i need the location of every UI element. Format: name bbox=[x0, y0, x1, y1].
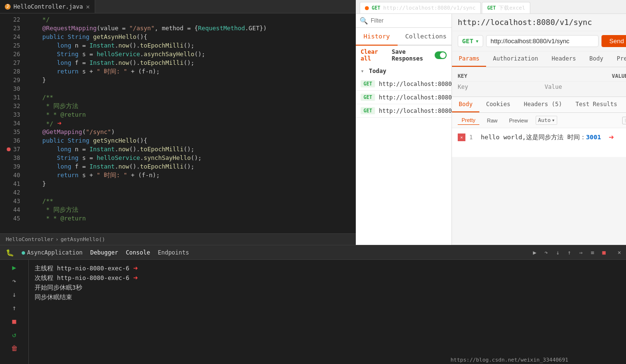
tab-collections[interactable]: Collections bbox=[398, 28, 454, 46]
code-line: /** bbox=[28, 93, 352, 102]
method-select[interactable]: GET ▾ bbox=[458, 35, 483, 47]
history-items: GET http://localhost:8080/v1/syncGET htt… bbox=[356, 77, 451, 118]
tab-debugger[interactable]: Debugger bbox=[87, 246, 122, 259]
line-number-row: 32 bbox=[4, 102, 20, 110]
req-tab-2[interactable]: Headers bbox=[545, 51, 583, 67]
history-url: http://localhost:8080/v1/sync bbox=[379, 81, 451, 87]
error-icon: ✕ bbox=[458, 133, 465, 141]
run-to-cursor-btn[interactable]: ⇒ bbox=[576, 248, 586, 257]
line-number-row: 40 bbox=[4, 171, 20, 180]
step-out-btn[interactable]: ↑ bbox=[564, 248, 574, 257]
debug-sidebar: ▶ ↷ ↓ ↑ ■ ↺ 🗑 bbox=[0, 260, 29, 364]
line-number-row: 44 bbox=[4, 206, 20, 214]
step-out-side-btn[interactable]: ↑ bbox=[7, 302, 22, 314]
response-line: ✕ 1 hello world,这是同步方法 时间：3001 ➜ bbox=[458, 132, 626, 142]
line-number-row: 24 bbox=[4, 33, 20, 41]
evaluate-btn[interactable]: ≡ bbox=[588, 248, 597, 257]
line-number-row: 26 bbox=[4, 50, 20, 59]
gc-side-btn[interactable]: 🗑 bbox=[7, 342, 22, 354]
resp-tab-3[interactable]: Test Results bbox=[569, 97, 624, 112]
code-line: } bbox=[28, 180, 352, 188]
search-input[interactable] bbox=[371, 17, 448, 24]
params-table: KEY VALUE Key Value bbox=[452, 67, 626, 97]
clear-all-link[interactable]: Clear all bbox=[361, 49, 385, 62]
history-item-0[interactable]: GET http://localhost:8080/v1/sync bbox=[356, 77, 451, 91]
breadcrumb: HelloController › getAsynHello() bbox=[0, 233, 356, 245]
file-tab[interactable]: J HelloController.java × bbox=[0, 0, 95, 13]
save-responses-toggle[interactable] bbox=[435, 51, 447, 59]
tab-history[interactable]: History bbox=[356, 28, 398, 46]
close-btn[interactable]: × bbox=[614, 248, 624, 257]
code-line: long f = Instant.now().toEpochMilli(); bbox=[28, 59, 352, 67]
console-line-1: 次线程 http-nio-8080-exec-6➜ bbox=[35, 273, 620, 283]
line-number-row: 45 bbox=[4, 214, 20, 223]
stop-btn[interactable]: ■ bbox=[599, 248, 609, 257]
resp-tab-2[interactable]: Headers (5) bbox=[517, 97, 568, 112]
top-req-tab-0[interactable]: GET http://localhost:8080/v1/sync bbox=[360, 2, 481, 13]
step-side-btn[interactable]: ↷ bbox=[7, 275, 22, 287]
close-tab-button[interactable]: × bbox=[86, 3, 90, 11]
code-line: return s + " 时间: " + (f-n); bbox=[28, 171, 352, 180]
send-button[interactable]: Send bbox=[601, 35, 626, 47]
code-line: } bbox=[28, 76, 352, 85]
pretty-button[interactable]: Pretty bbox=[458, 116, 479, 125]
history-item-1[interactable]: GET http://localhost:8080/v1/sync bbox=[356, 91, 451, 104]
response-text-content: hello world,这是同步方法 时间： bbox=[481, 133, 586, 141]
line-number-row: 38 bbox=[4, 154, 20, 162]
history-section-header[interactable]: Clear all Save Responses bbox=[356, 46, 451, 65]
breadcrumb-separator: › bbox=[55, 236, 59, 243]
console-line-2: 开始同步休眠3秒 bbox=[35, 283, 620, 292]
line-number: 1 bbox=[469, 134, 477, 141]
line-number-row: 34 bbox=[4, 119, 20, 128]
line-number-row: 22 bbox=[4, 15, 20, 24]
wrap-icon[interactable]: ≡ bbox=[622, 117, 626, 124]
req-tab-1[interactable]: Authorization bbox=[486, 51, 545, 67]
code-line: * * @return bbox=[28, 214, 352, 223]
tab-bar: J HelloController.java × bbox=[0, 0, 356, 13]
tab-url: http://localhost:8080/v1/sync bbox=[383, 5, 476, 11]
top-req-tab-1[interactable]: GET 下载excel bbox=[482, 2, 530, 13]
java-icon: J bbox=[5, 4, 11, 10]
stop-side-btn[interactable]: ■ bbox=[7, 315, 22, 327]
code-line: */ bbox=[28, 15, 352, 24]
code-line: public String getAsynHello(){ bbox=[28, 33, 352, 41]
line-number-row: 42 bbox=[4, 188, 20, 197]
method-badge: GET bbox=[361, 107, 375, 114]
debug-toolbar: ▶ ↷ ↓ ↑ ⇒ ≡ ■ × bbox=[530, 248, 624, 257]
tab-url: 下载excel bbox=[499, 4, 525, 12]
resp-tab-0[interactable]: Body bbox=[452, 97, 479, 112]
resume-side-btn[interactable]: ▶ bbox=[7, 262, 22, 273]
history-item-2[interactable]: GET http://localhost:8080/v1/asyn bbox=[356, 104, 451, 118]
postman-main: 🔍 History Collections Clear all Save Res… bbox=[356, 14, 626, 245]
resp-tab-1[interactable]: Cookies bbox=[479, 97, 517, 112]
tab-console[interactable]: Console bbox=[122, 246, 154, 259]
debug-content: ▶ ↷ ↓ ↑ ■ ↺ 🗑 主线程 http-nio-8080-exec-6➜次… bbox=[0, 260, 626, 364]
param-key-input[interactable]: Key bbox=[458, 84, 545, 90]
debug-tab-bar: 🐛 ● AsyncApplication Debugger Console En… bbox=[0, 245, 626, 260]
req-tab-3[interactable]: Body bbox=[583, 51, 610, 67]
method-label: GET bbox=[462, 37, 473, 45]
tab-endpoints[interactable]: Endpoints bbox=[154, 246, 193, 259]
code-line bbox=[28, 188, 352, 197]
tab-method: GET bbox=[372, 5, 380, 11]
step-in-side-btn[interactable]: ↓ bbox=[7, 289, 22, 300]
raw-button[interactable]: Raw bbox=[483, 116, 501, 125]
param-value-input[interactable]: Value bbox=[545, 84, 626, 90]
line-number-row: 23 bbox=[4, 24, 20, 33]
console-line-0: 主线程 http-nio-8080-exec-6➜ bbox=[35, 264, 620, 273]
req-tab-0[interactable]: Params bbox=[452, 51, 486, 67]
line-number-row: 28 bbox=[4, 67, 20, 76]
step-into-btn[interactable]: ↓ bbox=[553, 248, 563, 257]
step-over-btn[interactable]: ↷ bbox=[541, 248, 551, 257]
request-title: http://localhost:8080/v1/sync bbox=[452, 14, 626, 31]
postman-panel: GET http://localhost:8080/v1/syncGET 下载e… bbox=[356, 0, 626, 245]
req-tab-4[interactable]: Pre- bbox=[610, 51, 626, 67]
breakpoint-dot[interactable] bbox=[7, 147, 11, 151]
request-sub-tabs: ParamsAuthorizationHeadersBodyPre- bbox=[452, 51, 626, 67]
response-body: ✕ 1 hello world,这是同步方法 时间：3001 ➜ bbox=[452, 128, 626, 157]
resume-btn[interactable]: ▶ bbox=[530, 248, 539, 257]
preview-button[interactable]: Preview bbox=[505, 116, 532, 125]
format-select[interactable]: Auto ▾ bbox=[536, 116, 557, 125]
url-input[interactable] bbox=[486, 35, 599, 47]
restart-side-btn[interactable]: ↺ bbox=[7, 329, 22, 340]
